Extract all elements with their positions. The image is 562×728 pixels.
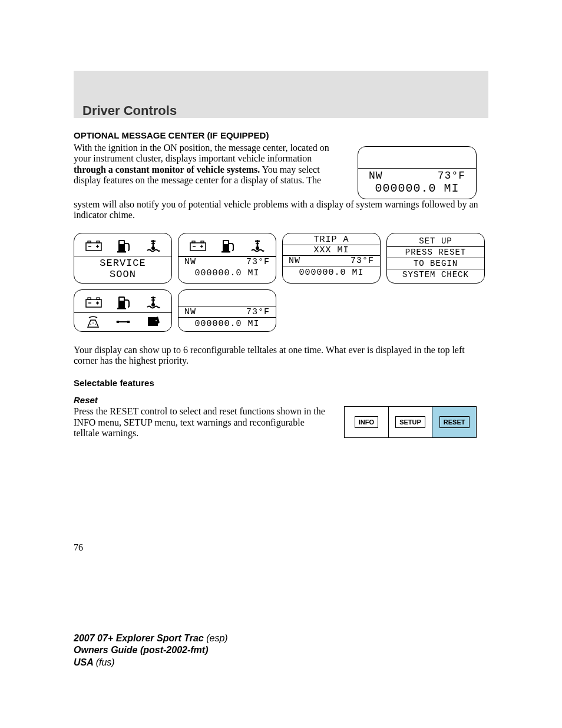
odometer-value: 000000.0 MI — [283, 266, 380, 280]
panel-setup: SET UP PRESS RESET TO BEGIN SYSTEM CHECK — [386, 233, 485, 284]
battery-icon — [85, 241, 102, 251]
temperature-value: 73°F — [351, 256, 374, 266]
temperature-value: 73°F — [438, 170, 465, 182]
svg-rect-27 — [88, 298, 91, 299]
intro-paragraph-1: With the ignition in the ON position, th… — [74, 143, 335, 186]
svg-rect-33 — [120, 298, 124, 301]
selectable-features-heading: Selectable features — [74, 378, 488, 388]
engine-temp-icon — [146, 239, 160, 253]
svg-point-42 — [156, 320, 157, 321]
svg-rect-26 — [86, 299, 101, 307]
svg-rect-20 — [224, 241, 228, 244]
compass-value: NW — [184, 307, 196, 317]
svg-point-25 — [256, 246, 259, 250]
svg-rect-15 — [201, 241, 204, 243]
panel3-title2: XXX MI — [283, 245, 380, 256]
setup-button-cell: SETUP — [389, 407, 433, 437]
footer-region: USA — [74, 657, 96, 667]
svg-rect-7 — [120, 241, 124, 244]
info-button-cell: INFO — [345, 407, 389, 437]
temperature-value: 73°F — [246, 257, 270, 267]
reset-button[interactable]: RESET — [439, 416, 470, 428]
odometer-value: 000000.0 MI — [178, 317, 276, 331]
footer: 2007 07+ Explorer Sport Trac (esp) Owner… — [74, 633, 228, 669]
odometer-value: 000000.0 MI — [358, 182, 476, 199]
footer-model: 2007 07+ Explorer Sport Trac — [74, 633, 206, 643]
compass-value: NW — [184, 257, 196, 267]
reset-heading: Reset — [74, 395, 488, 405]
battery-icon — [190, 241, 206, 251]
panel1-line1: SERVICE — [74, 256, 171, 269]
display-examples-grid: SERVICE SOON NW73°F 000000.0 MI TRIP A X… — [74, 233, 488, 332]
panel4-r1: SET UP — [387, 236, 484, 247]
panel-all-telltales — [74, 289, 172, 332]
svg-point-41 — [95, 324, 96, 325]
temperature-value: 73°F — [246, 307, 270, 317]
panel4-r4: SYSTEM CHECK — [388, 269, 483, 280]
svg-rect-0 — [86, 243, 101, 251]
panel-basic-readout: NW73°F 000000.0 MI — [178, 233, 276, 284]
setup-button[interactable]: SETUP — [395, 416, 425, 428]
intro-text-bold: through a constant monitor of vehicle sy… — [74, 164, 260, 174]
panel-trip-a: TRIP A XXX MI NW73°F 000000.0 MI — [282, 233, 381, 284]
page-number: 76 — [74, 542, 83, 553]
fuel-pump-icon — [117, 239, 130, 253]
fuel-pump-icon — [222, 239, 234, 253]
wrench-icon — [115, 317, 131, 327]
door-ajar-icon — [146, 315, 160, 328]
button-panel: INFO SETUP RESET — [344, 406, 477, 438]
compass-value: NW — [369, 170, 383, 182]
svg-rect-21 — [222, 251, 230, 253]
reset-body: Press the RESET control to select and re… — [74, 406, 332, 439]
washer-fluid-icon — [85, 315, 101, 328]
svg-rect-13 — [190, 243, 206, 251]
svg-rect-28 — [97, 298, 100, 299]
panel-service-soon: SERVICE SOON — [74, 233, 172, 284]
svg-point-40 — [92, 322, 94, 324]
svg-point-12 — [151, 246, 155, 250]
intro-text-a: With the ignition in the ON position, th… — [74, 143, 329, 163]
svg-point-39 — [90, 324, 91, 325]
intro-paragraph-2: system will also notify you of potential… — [74, 199, 488, 221]
subsection-heading: OPTIONAL MESSAGE CENTER (IF EQUIPPED) — [74, 130, 488, 140]
engine-temp-icon — [250, 239, 265, 253]
panel3-title1: TRIP A — [283, 233, 380, 245]
odometer-value: 000000.0 MI — [178, 267, 276, 281]
engine-temp-icon — [146, 295, 160, 309]
message-center-main-display: NW 73°F 000000.0 MI — [358, 146, 477, 199]
footer-code2: (fus) — [96, 657, 115, 667]
info-button[interactable]: INFO — [355, 416, 378, 428]
section-title: Driver Controls — [82, 103, 177, 118]
panel-blank-readout: NW73°F 000000.0 MI — [178, 289, 276, 332]
footer-code1: (esp) — [206, 633, 227, 643]
svg-rect-14 — [192, 241, 195, 243]
svg-point-38 — [151, 303, 155, 307]
footer-guide: Owners Guide (post-2002-fmt) — [74, 645, 208, 655]
panel4-r2: PRESS RESET — [387, 247, 484, 258]
svg-rect-2 — [97, 241, 100, 243]
panel1-line2: SOON — [74, 269, 171, 282]
post-grid-paragraph: Your display can show up to 6 reconfigur… — [74, 345, 488, 367]
svg-rect-8 — [117, 251, 126, 253]
battery-icon — [85, 297, 102, 308]
reset-button-cell: RESET — [432, 407, 476, 437]
compass-value: NW — [289, 256, 300, 266]
panel4-r3: TO BEGIN — [387, 258, 484, 269]
fuel-pump-icon — [117, 295, 130, 309]
svg-rect-1 — [88, 241, 91, 243]
svg-rect-34 — [117, 308, 126, 309]
